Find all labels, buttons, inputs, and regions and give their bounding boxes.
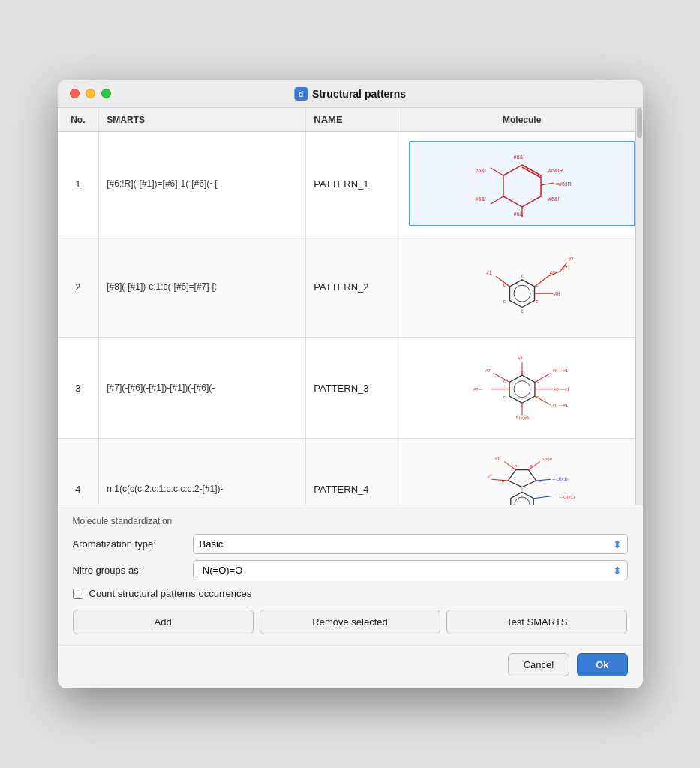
aromatization-select[interactable]: Basic Extended None xyxy=(193,534,628,554)
minimize-button[interactable] xyxy=(86,88,95,98)
aromatization-row: Aromatization type: Basic Extended None … xyxy=(73,534,628,554)
svg-line-41 xyxy=(535,374,551,382)
table-row[interactable]: 4 n:1(c(c(c:2:c:1:c:c:c:c:2-[#1])- PATTE… xyxy=(58,439,643,506)
row-2-smarts: [#8](-[#1])-c:1:c(-[#6]=[#7]-[: xyxy=(99,236,306,338)
count-checkbox[interactable] xyxy=(73,589,83,599)
row-3-smarts: [#7](-[#6](-[#1])-[#1])(-[#6](- xyxy=(99,338,306,439)
action-buttons: Add Remove selected Test SMARTS xyxy=(73,610,628,634)
svg-point-32 xyxy=(514,381,530,398)
svg-text:n: n xyxy=(515,464,517,468)
scrollbar-thumb[interactable] xyxy=(637,108,642,138)
svg-text:#1: #1 xyxy=(487,475,492,479)
row-1-molecule: #6&! #6&!R #6&! #6&! #6&! #6&! ≡#6;I xyxy=(401,132,642,236)
svg-text:#6&!R: #6&!R xyxy=(548,168,563,173)
svg-text:c: c xyxy=(503,394,506,399)
svg-point-14 xyxy=(514,285,530,302)
header-smarts: SMARTS xyxy=(99,108,306,132)
svg-text:#8: #8 xyxy=(554,291,560,296)
test-smarts-button[interactable]: Test SMARTS xyxy=(446,610,627,634)
svg-text:c: c xyxy=(521,308,524,314)
svg-text:#6&!: #6&! xyxy=(548,196,559,202)
svg-text:—O(#1): —O(#1) xyxy=(551,477,567,482)
aromatization-select-wrapper: Basic Extended None ⬍ xyxy=(193,534,628,554)
svg-text:#6 —#1: #6 —#1 xyxy=(552,368,568,373)
scrollbar-track[interactable] xyxy=(635,108,643,505)
row-4-smarts: n:1(c(c(c:2:c:1:c:c:c:c:2-[#1])- xyxy=(99,439,306,506)
svg-line-12 xyxy=(541,183,554,185)
molecule-display-3: c c c c c c #7 xyxy=(409,346,635,429)
svg-line-8 xyxy=(491,168,503,176)
table-row[interactable]: 2 [#8](-[#1])-c:1:c(-[#6]=[#7]-[: PATTER… xyxy=(58,236,643,338)
standardization-label: Molecule standardization xyxy=(73,516,628,526)
row-2-name: PATTERN_2 xyxy=(306,236,401,338)
nitro-select-wrapper: -N(=O)=O -[N+](=O)[O-] ⬍ xyxy=(193,560,628,580)
ok-button[interactable]: Ok xyxy=(577,653,627,676)
table-row[interactable]: 3 [#7](-[#6](-[#1])-[#1])(-[#6](- PATTER… xyxy=(58,338,643,439)
app-icon: d xyxy=(294,87,308,100)
svg-text:#6&!: #6&! xyxy=(475,168,485,173)
row-2-no: 2 xyxy=(58,236,99,338)
svg-text:S(=)#1: S(=)#1 xyxy=(515,416,529,420)
svg-line-45 xyxy=(535,396,551,405)
row-3-no: 3 xyxy=(58,338,99,439)
molecule-display-4: n c c c n #1 —O(#1) xyxy=(409,448,635,506)
remove-selected-button[interactable]: Remove selected xyxy=(260,610,440,634)
titlebar: d Structural patterns xyxy=(58,80,643,108)
svg-line-9 xyxy=(491,196,503,204)
svg-text:#7: #7 xyxy=(518,356,523,361)
row-1-name: PATTERN_1 xyxy=(306,132,401,236)
aromatization-label: Aromatization type: xyxy=(73,538,193,550)
nitro-select[interactable]: -N(=O)=O -[N+](=O)[O-] xyxy=(193,560,628,580)
svg-text:#6&!: #6&! xyxy=(513,154,524,160)
cancel-button[interactable]: Cancel xyxy=(508,653,569,676)
window-title-area: d Structural patterns xyxy=(294,87,406,100)
svg-text:#7: #7 xyxy=(485,368,491,373)
window-title: Structural patterns xyxy=(312,88,406,100)
svg-text:—O(#1): —O(#1) xyxy=(559,495,575,500)
header-no: No. xyxy=(58,108,99,132)
svg-text:#1: #1 xyxy=(494,456,500,460)
svg-text:#6&!: #6&! xyxy=(475,196,485,202)
row-2-molecule: c c c c c c #6 #7 xyxy=(401,236,642,338)
svg-text:c: c xyxy=(503,298,506,304)
header-molecule: Molecule xyxy=(401,108,642,132)
table-row[interactable]: 1 [#6;!R](-[#1])=[#6]-1(-[#6](~[ PATTERN… xyxy=(58,132,643,236)
count-checkbox-label: Count structural patterns occurrences xyxy=(89,588,252,599)
main-window: d Structural patterns No. SMARTS NAME Mo… xyxy=(58,80,643,688)
svg-text:#6 —#1: #6 —#1 xyxy=(552,403,568,407)
maximize-button[interactable] xyxy=(101,88,111,98)
svg-line-68 xyxy=(491,479,508,481)
svg-point-55 xyxy=(515,497,530,506)
svg-text:#6&!: #6&! xyxy=(513,212,524,217)
row-1-smarts: [#6;!R](-[#1])=[#6]-1(-[#6](~[ xyxy=(99,132,306,236)
footer: Cancel Ok xyxy=(58,645,643,688)
svg-marker-13 xyxy=(509,280,534,308)
molecule-display-1: #6&! #6&!R #6&! #6&! #6&! #6&! ≡#6;I xyxy=(409,141,635,226)
svg-marker-0 xyxy=(503,165,541,207)
svg-text:#6 —#1: #6 —#1 xyxy=(554,387,569,392)
row-4-name: PATTERN_4 xyxy=(306,439,401,506)
add-button[interactable]: Add xyxy=(73,610,254,634)
row-3-name: PATTERN_3 xyxy=(306,338,401,439)
svg-line-1 xyxy=(522,167,541,178)
svg-text:c: c xyxy=(521,273,524,278)
svg-text:≡#6;IR: ≡#6;IR xyxy=(556,182,572,187)
nitro-label: Nitro groups as: xyxy=(73,565,193,576)
svg-text:c: c xyxy=(521,485,523,490)
patterns-table-container[interactable]: No. SMARTS NAME Molecule 1 [#6;!R](-[#1]… xyxy=(58,108,643,506)
svg-text:#7—: #7— xyxy=(473,387,483,392)
molecule-display-2: c c c c c c #6 #7 xyxy=(409,245,635,328)
svg-line-70 xyxy=(533,496,554,498)
svg-text:#1: #1 xyxy=(486,270,492,275)
svg-text:S(=)#: S(=)# xyxy=(541,457,552,461)
traffic-lights xyxy=(70,88,111,98)
svg-line-51 xyxy=(494,374,509,382)
row-4-molecule: n c c c n #1 —O(#1) xyxy=(401,439,642,506)
close-button[interactable] xyxy=(70,88,80,98)
patterns-table: No. SMARTS NAME Molecule 1 [#6;!R](-[#1]… xyxy=(58,108,643,506)
svg-marker-53 xyxy=(508,470,536,488)
row-1-no: 1 xyxy=(58,132,99,236)
svg-marker-31 xyxy=(509,375,535,403)
row-3-molecule: c c c c c c #7 xyxy=(401,338,642,439)
svg-text:#7: #7 xyxy=(568,256,574,262)
